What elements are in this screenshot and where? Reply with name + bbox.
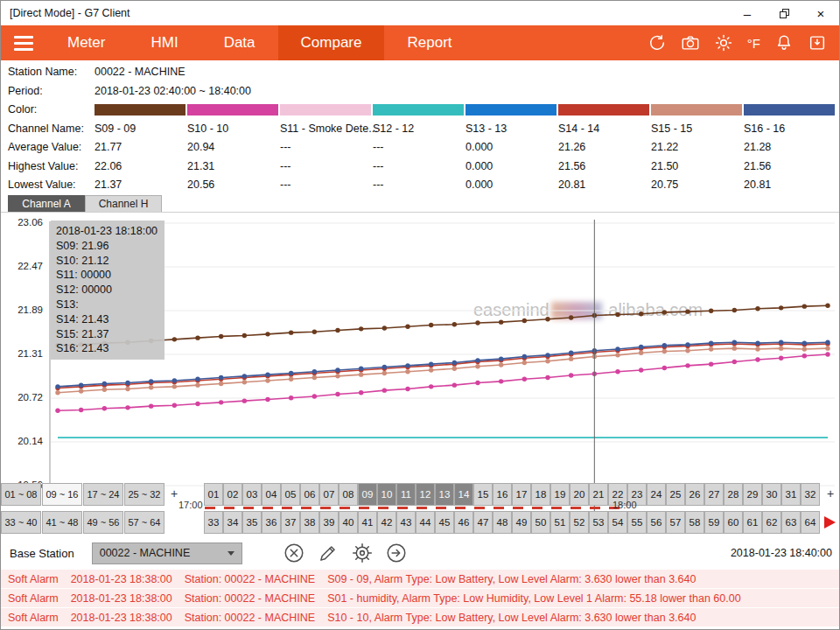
channel-number-62[interactable]: 62	[762, 511, 781, 534]
channel-number-20[interactable]: 20	[570, 483, 589, 506]
alarm-list-item[interactable]: Soft Alarm2018-01-23 18:38:00Station: 00…	[1, 570, 839, 588]
channel-number-63[interactable]: 63	[781, 511, 801, 534]
channel-number-61[interactable]: 61	[743, 511, 762, 534]
channel-number-58[interactable]: 58	[685, 511, 704, 534]
channel-number-47[interactable]: 47	[473, 511, 493, 534]
channel-number-11[interactable]: 11	[396, 483, 416, 506]
channel-number-34[interactable]: 34	[223, 511, 242, 534]
channel-group-09~16[interactable]: 09 ~ 16	[42, 483, 82, 506]
channel-number-53[interactable]: 53	[589, 511, 608, 534]
channel-number-43[interactable]: 43	[396, 511, 416, 534]
channel-number-40[interactable]: 40	[339, 511, 358, 534]
minimize-button[interactable]: –	[729, 1, 766, 25]
channel-number-37[interactable]: 37	[281, 511, 300, 534]
channel-number-49[interactable]: 49	[512, 511, 531, 534]
channel-group-33~40[interactable]: 33 ~ 40	[1, 511, 41, 534]
next-page-arrow[interactable]	[824, 516, 836, 528]
channel-number-41[interactable]: 41	[358, 511, 377, 534]
channel-number-31[interactable]: 31	[781, 483, 801, 506]
channel-number-33[interactable]: 33	[204, 511, 223, 534]
channel-number-09[interactable]: 09	[358, 483, 377, 506]
tab-channel-h[interactable]: Channel H	[85, 195, 162, 212]
nav-item-data[interactable]: Data	[201, 25, 278, 60]
channel-number-60[interactable]: 60	[724, 511, 743, 534]
channel-number-07[interactable]: 07	[319, 483, 339, 506]
channel-number-35[interactable]: 35	[242, 511, 262, 534]
channel-number-27[interactable]: 27	[704, 483, 724, 506]
channel-number-05[interactable]: 05	[281, 483, 300, 506]
channel-number-08[interactable]: 08	[339, 483, 358, 506]
channel-group-01~08[interactable]: 01 ~ 08	[1, 483, 41, 506]
channel-number-19[interactable]: 19	[550, 483, 570, 506]
channel-number-54[interactable]: 54	[608, 511, 627, 534]
channel-number-64[interactable]: 64	[801, 511, 820, 534]
channel-group-25~32[interactable]: 25 ~ 32	[124, 483, 164, 506]
channel-number-32[interactable]: 32	[801, 483, 820, 506]
channel-number-36[interactable]: 36	[262, 511, 281, 534]
alarm-list-item[interactable]: Soft Alarm2018-01-23 18:38:00Station: 00…	[1, 589, 839, 607]
settings-icon[interactable]	[351, 542, 374, 564]
channel-number-15[interactable]: 15	[473, 483, 493, 506]
line-chart[interactable]	[49, 214, 836, 519]
add-group-button-2[interactable]: +	[823, 486, 837, 500]
channel-number-50[interactable]: 50	[531, 511, 550, 534]
hamburger-menu-icon[interactable]	[1, 25, 45, 60]
channel-number-38[interactable]: 38	[300, 511, 319, 534]
channel-number-04[interactable]: 04	[262, 483, 281, 506]
channel-number-52[interactable]: 52	[570, 511, 589, 534]
channel-number-45[interactable]: 45	[435, 511, 454, 534]
channel-number-56[interactable]: 56	[647, 511, 666, 534]
channel-number-28[interactable]: 28	[724, 483, 743, 506]
channel-group-57~64[interactable]: 57 ~ 64	[124, 511, 164, 534]
refresh-icon[interactable]	[648, 33, 667, 52]
channel-group-49~56[interactable]: 49 ~ 56	[83, 511, 123, 534]
edit-icon[interactable]	[317, 542, 340, 564]
channel-group-17~24[interactable]: 17 ~ 24	[83, 483, 123, 506]
channel-number-51[interactable]: 51	[550, 511, 570, 534]
base-station-dropdown[interactable]: 00022 - MACHINE	[92, 542, 242, 564]
channel-number-39[interactable]: 39	[319, 511, 339, 534]
channel-number-30[interactable]: 30	[762, 483, 781, 506]
channel-number-13[interactable]: 13	[435, 483, 454, 506]
channel-number-25[interactable]: 25	[666, 483, 685, 506]
close-button[interactable]: ×	[802, 1, 839, 25]
channel-number-57[interactable]: 57	[666, 511, 685, 534]
channel-number-02[interactable]: 02	[223, 483, 242, 506]
restore-button[interactable]	[766, 1, 802, 25]
camera-icon[interactable]	[681, 33, 700, 52]
channel-number-10[interactable]: 10	[377, 483, 396, 506]
add-group-button[interactable]: +	[167, 486, 181, 500]
brightness-icon[interactable]	[714, 33, 733, 52]
channel-number-24[interactable]: 24	[647, 483, 666, 506]
alarm-panel-icon[interactable]	[808, 33, 827, 52]
nav-item-hmi[interactable]: HMI	[128, 25, 200, 60]
channel-number-55[interactable]: 55	[627, 511, 647, 534]
channel-number-26[interactable]: 26	[685, 483, 704, 506]
cancel-circle-icon[interactable]	[283, 542, 305, 564]
alarm-list-item[interactable]: Soft Alarm2018-01-23 18:38:00Station: 00…	[1, 608, 839, 626]
channel-number-18[interactable]: 18	[531, 483, 550, 506]
channel-number-59[interactable]: 59	[704, 511, 724, 534]
channel-number-14[interactable]: 14	[454, 483, 473, 506]
channel-number-46[interactable]: 46	[454, 511, 473, 534]
channel-group-41~48[interactable]: 41 ~ 48	[42, 511, 82, 534]
tab-channel-a[interactable]: Channel A	[8, 195, 85, 212]
nav-item-report[interactable]: Report	[384, 25, 474, 60]
channel-number-06[interactable]: 06	[300, 483, 319, 506]
channel-number-48[interactable]: 48	[493, 511, 512, 534]
channel-number-16[interactable]: 16	[493, 483, 512, 506]
alarm-bell-icon[interactable]	[774, 33, 794, 52]
go-circle-icon[interactable]	[385, 542, 408, 564]
fahrenheit-toggle[interactable]: °F	[747, 36, 760, 51]
channel-number-44[interactable]: 44	[416, 511, 435, 534]
channel-number-03[interactable]: 03	[242, 483, 262, 506]
nav-item-compare[interactable]: Compare	[278, 25, 385, 60]
channel-number-12[interactable]: 12	[416, 483, 435, 506]
channel-number-21[interactable]: 21	[589, 483, 608, 506]
channel-number-01[interactable]: 01	[204, 483, 223, 506]
channel-number-42[interactable]: 42	[377, 511, 396, 534]
channel-number-29[interactable]: 29	[743, 483, 762, 506]
nav-item-meter[interactable]: Meter	[45, 25, 128, 60]
channel-number-17[interactable]: 17	[512, 483, 531, 506]
chart-tooltip-lines: S09: 21.96S10: 21.12S11: 00000S12: 00000…	[56, 239, 159, 356]
